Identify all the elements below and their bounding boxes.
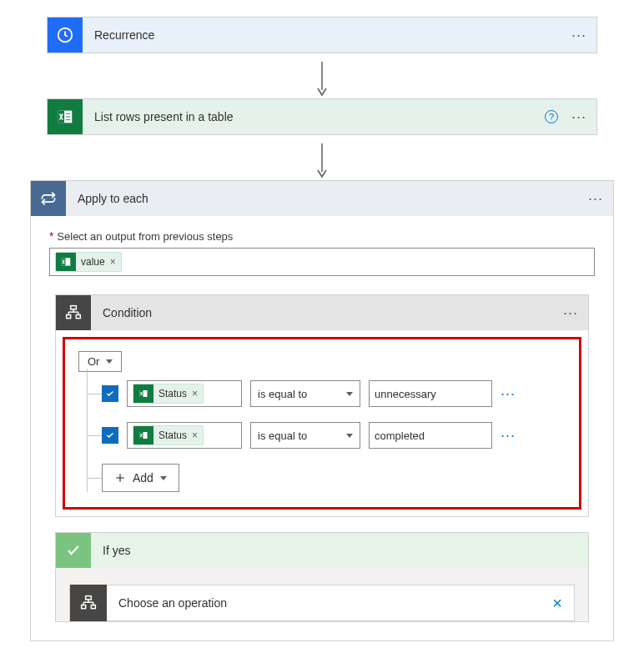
- excel-icon: [48, 99, 83, 134]
- excel-icon: [56, 252, 76, 272]
- condition-icon: [56, 295, 91, 330]
- choose-operation-step[interactable]: Choose an operation ×: [69, 585, 575, 621]
- check-icon: [56, 533, 91, 568]
- if-yes-branch: If yes: [55, 532, 589, 622]
- svg-rect-15: [67, 315, 71, 319]
- recurrence-menu[interactable]: ···: [571, 28, 586, 43]
- condition-header[interactable]: Condition ···: [56, 295, 588, 330]
- condition-editor-highlight: Or: [63, 337, 581, 510]
- status-token[interactable]: Status ×: [133, 425, 204, 445]
- operand-field[interactable]: Status ×: [127, 380, 242, 407]
- condition-tree: Status × is equal to unnecessary: [78, 380, 566, 492]
- list-rows-menu[interactable]: ···: [571, 109, 586, 124]
- remove-token-icon[interactable]: ×: [110, 256, 116, 268]
- chevron-down-icon: [106, 359, 113, 364]
- operand-field[interactable]: Status ×: [127, 422, 242, 449]
- row-more-menu[interactable]: ···: [501, 385, 516, 403]
- if-yes-title: If yes: [91, 544, 588, 557]
- row-checkbox[interactable]: [102, 427, 118, 444]
- recurrence-step[interactable]: Recurrence ···: [47, 17, 597, 53]
- help-icon[interactable]: ?: [545, 110, 558, 123]
- recurrence-title: Recurrence: [83, 28, 571, 42]
- apply-to-each-title: Apply to each: [66, 192, 588, 205]
- svg-rect-28: [82, 605, 86, 609]
- condition-row: Status × is equal to completed: [78, 422, 566, 449]
- svg-rect-16: [76, 315, 80, 319]
- row-more-menu[interactable]: ···: [501, 427, 516, 445]
- remove-token-icon[interactable]: ×: [192, 388, 198, 399]
- chevron-down-icon: [346, 434, 353, 438]
- choose-operation-title: Choose an operation: [107, 596, 541, 610]
- apply-to-each-menu[interactable]: ···: [588, 191, 603, 206]
- select-output-label: * Select an output from previous steps: [49, 229, 595, 243]
- operation-icon: [70, 585, 107, 621]
- svg-rect-23: [86, 596, 92, 600]
- condition-title: Condition: [91, 306, 563, 319]
- condition-menu[interactable]: ···: [563, 305, 578, 320]
- value-input[interactable]: unnecessary: [369, 380, 492, 407]
- list-rows-step[interactable]: List rows present in a table ? ···: [47, 98, 597, 135]
- row-checkbox[interactable]: [102, 385, 118, 402]
- operator-select[interactable]: is equal to: [250, 422, 360, 449]
- svg-rect-29: [91, 605, 95, 609]
- excel-icon: [133, 425, 153, 445]
- clock-icon: [48, 18, 83, 53]
- status-token[interactable]: Status ×: [133, 384, 204, 404]
- if-yes-header[interactable]: If yes: [56, 533, 588, 568]
- chevron-down-icon: [346, 392, 353, 396]
- chevron-down-icon: [160, 476, 167, 480]
- add-condition-button[interactable]: Add: [102, 464, 179, 492]
- loop-icon: [31, 181, 66, 216]
- apply-to-each-header[interactable]: Apply to each ···: [31, 181, 613, 216]
- condition-row: Status × is equal to unnecessary: [78, 380, 566, 407]
- arrow-connector: [314, 142, 330, 178]
- remove-token-icon[interactable]: ×: [192, 429, 198, 441]
- token-label: value: [81, 256, 105, 268]
- arrow-connector: [314, 60, 330, 97]
- value-input[interactable]: completed: [369, 422, 492, 449]
- operator-select[interactable]: is equal to: [250, 380, 360, 407]
- logic-operator-select[interactable]: Or: [78, 351, 122, 372]
- list-rows-title: List rows present in a table: [83, 110, 545, 123]
- apply-to-each-step: Apply to each ··· * Select an output fro…: [30, 180, 614, 641]
- condition-step: Condition ··· Or: [55, 294, 589, 517]
- close-icon[interactable]: ×: [541, 594, 574, 613]
- svg-rect-10: [71, 306, 77, 309]
- excel-icon: [133, 384, 153, 404]
- select-output-field[interactable]: value ×: [49, 248, 595, 276]
- value-token[interactable]: value ×: [55, 252, 122, 272]
